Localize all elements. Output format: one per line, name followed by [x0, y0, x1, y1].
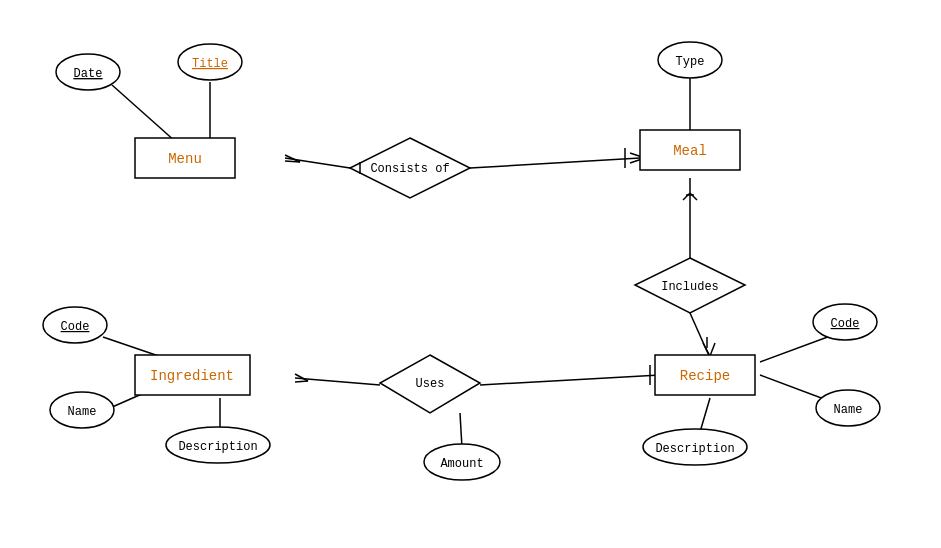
svg-line-13	[683, 193, 690, 200]
ingredient-label: Ingredient	[150, 368, 234, 384]
type-attr: Type	[676, 55, 705, 69]
recipe-desc-attr: Description	[655, 442, 734, 456]
recipe-label: Recipe	[680, 368, 730, 384]
er-diagram: Menu Meal Ingredient Recipe Consists of …	[0, 0, 941, 548]
svg-line-31	[760, 335, 833, 362]
amount-attr: Amount	[440, 457, 483, 471]
ingredient-code-attr: Code	[61, 320, 90, 334]
svg-line-17	[710, 343, 715, 356]
consists-of-label: Consists of	[370, 162, 449, 176]
meal-label: Meal	[673, 143, 707, 159]
title-attr: Title	[192, 57, 228, 71]
diagram-canvas: Menu Meal Ingredient Recipe Consists of …	[0, 0, 941, 548]
svg-line-14	[690, 193, 697, 200]
svg-line-24	[295, 381, 308, 382]
uses-label: Uses	[416, 377, 445, 391]
recipe-code-attr: Code	[831, 317, 860, 331]
svg-line-5	[470, 158, 640, 168]
svg-line-30	[460, 413, 462, 448]
svg-line-25	[480, 375, 660, 385]
includes-label: Includes	[661, 280, 719, 294]
recipe-name-attr: Name	[834, 403, 863, 417]
ingredient-name-attr: Name	[68, 405, 97, 419]
svg-line-33	[700, 398, 710, 432]
menu-label: Menu	[168, 151, 202, 167]
svg-line-4	[285, 161, 300, 162]
ingredient-desc-attr: Description	[178, 440, 257, 454]
date-attr: Date	[74, 67, 103, 81]
